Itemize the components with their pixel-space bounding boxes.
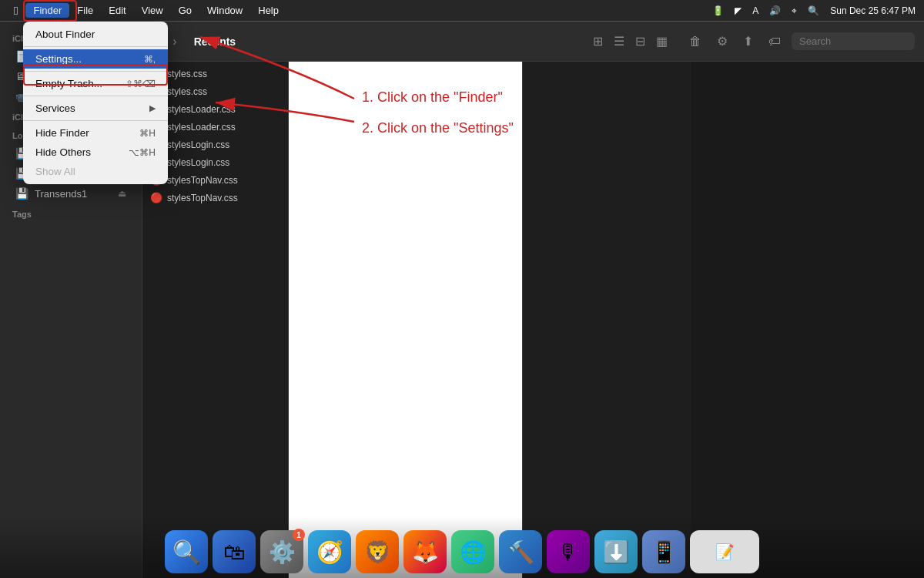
file-name-7: stylesTopNav.css: [167, 193, 238, 203]
dropdown-sep-3: [23, 96, 168, 96]
file-name-5: stylesLogin.css: [167, 157, 229, 168]
settings-shortcut: ⌘,: [144, 54, 156, 65]
tags-label: Tags: [0, 203, 142, 222]
menubar-file[interactable]: File: [69, 3, 101, 18]
file-name-6: stylesTopNav.css: [167, 175, 238, 186]
eject-icon-3[interactable]: ⏏: [118, 188, 126, 199]
empty-trash-label: Empty Trash...: [35, 78, 102, 89]
content-area: ‹ › Recents ⊞ ☰ ⊟ ▦ 🗑 ⚙ ⬆ 🏷 🔴 styles.css: [142, 22, 924, 578]
dropdown-sep-1: [23, 46, 168, 47]
menubar-view[interactable]: View: [134, 3, 171, 18]
about-finder-label: About Finder: [35, 29, 95, 40]
file-name-3: stylesLoader.css: [167, 122, 236, 133]
dock-chrome[interactable]: 🌐: [451, 530, 494, 573]
dock-appstore2-icon: 📱: [651, 539, 678, 565]
share-button[interactable]: ⬆: [738, 31, 758, 52]
dock-appstore[interactable]: 🛍: [213, 530, 256, 573]
services-label: Services: [35, 102, 75, 114]
services-arrow: ▶: [149, 103, 156, 113]
dock-safari-icon: 🧭: [316, 539, 343, 565]
hide-finder-label: Hide Finder: [35, 127, 89, 139]
dropdown-services[interactable]: Services ▶: [23, 99, 168, 118]
drive-icon-3: 💾: [15, 187, 28, 200]
dock-downloads[interactable]: ⬇️: [594, 530, 638, 573]
volume-icon: 🔊: [767, 5, 783, 16]
dropdown-empty-trash[interactable]: Empty Trash... ⇧⌘⌫: [23, 74, 168, 93]
file-name-4: stylesLogin.css: [167, 139, 229, 150]
file-preview: [289, 62, 522, 578]
datetime: Sun Dec 25 6:47 PM: [828, 5, 918, 16]
bluetooth-icon: ◤: [732, 5, 744, 16]
file-name-0: styles.css: [167, 69, 207, 79]
dock-firefox-icon: 🦊: [412, 539, 439, 565]
dropdown-sep-4: [23, 120, 168, 121]
gallery-view-button[interactable]: ▦: [651, 31, 672, 52]
dock-xcode[interactable]: 🔨: [499, 530, 542, 573]
dropdown-hide-others[interactable]: Hide Others ⌥⌘H: [23, 143, 168, 162]
toolbar-view-btns: ⊞ ☰ ⊟ ▦: [588, 31, 672, 52]
sidebar-item-transends1[interactable]: 💾 Transends1 ⏏: [3, 184, 139, 203]
dock-downloads-icon: ⬇️: [603, 539, 630, 565]
hide-finder-shortcut: ⌘H: [139, 128, 156, 139]
wifi-icon: ⌖: [789, 5, 799, 16]
show-all-label: Show All: [35, 166, 75, 177]
menubar:  Finder File Edit View Go Window Help 🔋…: [0, 0, 924, 22]
list-view-button[interactable]: ☰: [609, 31, 629, 52]
dropdown-sep-2: [23, 71, 168, 72]
dock-appstore-icon: 🛍: [223, 539, 245, 565]
menubar-help[interactable]: Help: [250, 3, 286, 18]
sidebar-transends1-label: Transends1: [35, 188, 87, 200]
tag-button[interactable]: 🏷: [764, 32, 785, 52]
dock-podcast-icon: 🎙: [557, 539, 579, 565]
dropdown-about-finder[interactable]: About Finder: [23, 25, 168, 44]
apple-menu[interactable]: : [6, 4, 25, 17]
file-name-2: stylesLoader.css: [167, 104, 236, 115]
dock-note-icon: 📝: [715, 543, 735, 561]
dock-brave-icon: 🦁: [364, 539, 391, 565]
css-icon-7: 🔴: [150, 192, 162, 203]
hide-others-label: Hide Others: [35, 146, 91, 158]
dock-podcast[interactable]: 🎙: [547, 530, 590, 573]
battery-icon: 🔋: [710, 5, 726, 16]
menubar-window[interactable]: Window: [199, 3, 250, 18]
panel-right-2: [691, 62, 925, 578]
dock-settings-badge: 1: [293, 529, 305, 541]
menubar-finder[interactable]: Finder: [25, 3, 69, 18]
forward-button[interactable]: ›: [168, 32, 181, 52]
dock-firefox[interactable]: 🦊: [403, 530, 447, 573]
finder-dropdown-menu: About Finder Settings... ⌘, Empty Trash.…: [23, 22, 168, 184]
dropdown-show-all: Show All: [23, 162, 168, 181]
icon-view-button[interactable]: ⊞: [588, 31, 608, 52]
dock-xcode-icon: 🔨: [507, 539, 534, 565]
dock-note[interactable]: 📝: [690, 530, 759, 573]
dock-appstore2[interactable]: 📱: [642, 530, 685, 573]
panel-right-1: [522, 62, 691, 578]
search-icon-menu: 🔍: [805, 5, 822, 16]
dock-chrome-icon: 🌐: [460, 539, 487, 565]
dropdown-settings[interactable]: Settings... ⌘,: [23, 49, 168, 69]
dock-settings[interactable]: ⚙️ 1: [260, 530, 303, 573]
dock-safari[interactable]: 🧭: [308, 530, 351, 573]
file-area: 🔴 styles.css 🔴 styles.css 🔴 stylesLoader…: [142, 62, 924, 578]
dock-brave[interactable]: 🦁: [356, 530, 399, 573]
column-view-button[interactable]: ⊟: [631, 31, 650, 52]
hide-others-shortcut: ⌥⌘H: [129, 147, 156, 158]
file-item-7[interactable]: 🔴 stylesTopNav.css: [142, 189, 288, 207]
action-button[interactable]: ⚙: [712, 31, 732, 52]
settings-label: Settings...: [35, 53, 82, 65]
menubar-go[interactable]: Go: [171, 3, 199, 18]
menubar-edit[interactable]: Edit: [101, 3, 133, 18]
empty-trash-shortcut: ⇧⌘⌫: [126, 79, 156, 89]
dropdown-hide-finder[interactable]: Hide Finder ⌘H: [23, 123, 168, 143]
dock: 🔍 🛍 ⚙️ 1 🧭 🦁 🦊 🌐 🔨 🎙 ⬇️ 📱 📝: [0, 516, 924, 578]
search-input[interactable]: [792, 32, 915, 50]
file-name-1: styles.css: [167, 86, 207, 97]
menubar-right: 🔋 ◤ A 🔊 ⌖ 🔍 Sun Dec 25 6:47 PM: [710, 5, 918, 16]
kb-icon: A: [750, 5, 761, 16]
dock-finder-icon: 🔍: [172, 539, 201, 566]
dock-finder[interactable]: 🔍: [165, 530, 208, 573]
dock-settings-icon: ⚙️: [269, 539, 296, 565]
toolbar-title: Recents: [194, 35, 582, 48]
trash-button[interactable]: 🗑: [685, 32, 706, 52]
toolbar: ‹ › Recents ⊞ ☰ ⊟ ▦ 🗑 ⚙ ⬆ 🏷: [142, 22, 924, 62]
